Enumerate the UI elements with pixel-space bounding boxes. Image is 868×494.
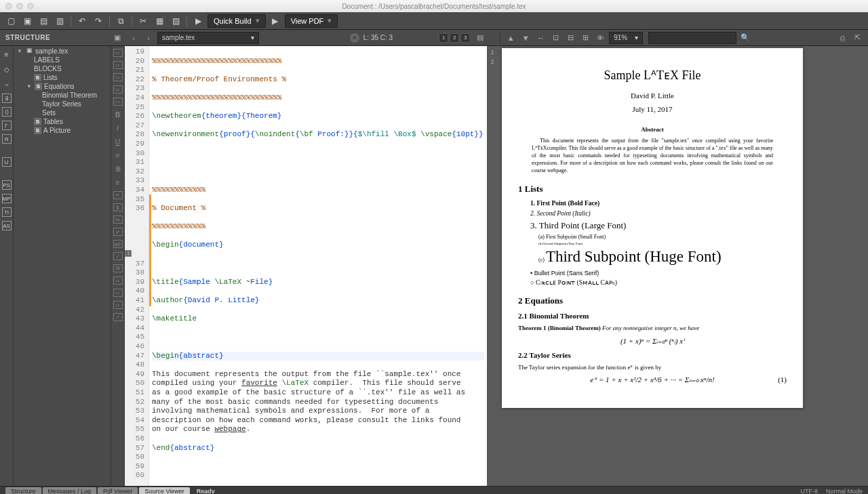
cite-icon[interactable]: ▭: [113, 289, 123, 297]
sqrt-icon[interactable]: √: [113, 252, 123, 260]
pdf-search-input[interactable]: [648, 32, 736, 44]
undo-icon[interactable]: ↶: [75, 14, 89, 28]
open-doc-icon[interactable]: ▣: [20, 14, 34, 28]
quick-build-button[interactable]: Quick Build ▾: [208, 14, 266, 28]
newline-icon[interactable]: ↵: [113, 191, 123, 199]
tree-sets[interactable]: Sets: [14, 108, 111, 117]
code-editor[interactable]: 1 19202122232425262728293031323334353637…: [125, 46, 487, 486]
page-2-indicator[interactable]: 2: [450, 33, 459, 43]
chapter-icon[interactable]: ▭: [113, 61, 123, 69]
tree-labels[interactable]: LABELS: [14, 56, 111, 64]
pdf-scroll-area[interactable]: Sample LᴬTᴇX File David P. Little July 1…: [498, 46, 868, 486]
pdf-zoom-in-icon[interactable]: ⊞: [579, 32, 591, 44]
center-icon[interactable]: ≣: [113, 164, 123, 173]
pdf-fit-width-icon[interactable]: ↔: [534, 32, 547, 44]
relation-icon[interactable]: ◇: [1, 64, 12, 75]
frac-icon[interactable]: a/b: [113, 240, 123, 248]
subsection-icon[interactable]: ▭: [113, 85, 123, 94]
right-align-icon[interactable]: ≡: [113, 178, 123, 187]
code-content[interactable]: %%%%%%%%%%%%%%%%%%%%%%%%%%%%% % Theorem/…: [149, 46, 487, 486]
greek-icon[interactable]: Γ: [2, 121, 12, 130]
part-icon[interactable]: ▭: [113, 49, 123, 57]
pdf-list: 1. First Point (Bold Face) 2. Second Poi…: [518, 199, 787, 232]
tree-blocks[interactable]: BLOCKS: [14, 64, 111, 73]
left-tool-palette: ≡ ◇ → ∃ ⟨⟩ Γ Я U PS MP TI AS: [0, 46, 14, 486]
paste-icon[interactable]: ▦: [153, 14, 166, 28]
bookmark-marker[interactable]: 1: [125, 250, 132, 257]
math-dollar-icon[interactable]: $: [113, 203, 123, 211]
section-icon[interactable]: ▭: [113, 73, 123, 81]
close-doc-icon[interactable]: ✕: [350, 33, 359, 43]
misc-symbols-icon[interactable]: ∃: [2, 94, 12, 103]
pdf-zoom-value[interactable]: 91%▾: [609, 32, 643, 44]
view-run-icon[interactable]: ▶: [269, 14, 282, 28]
tree-taylor[interactable]: Taylor Series: [14, 100, 111, 108]
page-1-indicator[interactable]: 1: [439, 33, 448, 43]
tree-equations[interactable]: ▼SEquations: [14, 82, 111, 91]
asymptote-icon[interactable]: AS: [2, 221, 12, 230]
cut-icon[interactable]: ✂: [136, 14, 150, 28]
pdf-viewer: 1 2 Sample LᴬTᴇX File David P. Little Ju…: [487, 46, 868, 486]
array-icon[interactable]: ⊞: [113, 264, 123, 272]
structure-panel-header: STRUCTURE: [0, 34, 111, 41]
cyrillic-icon[interactable]: Я: [2, 134, 12, 144]
sub-toolbar: STRUCTURE ▣ ‹ › sample.tex▾ ✕ L: 35 C: 3…: [0, 30, 868, 46]
tree-tables[interactable]: STables: [14, 117, 111, 126]
pdf-prev-icon[interactable]: ▲: [505, 32, 517, 44]
close-window-button[interactable]: [5, 3, 12, 9]
label-icon[interactable]: ▭: [113, 301, 123, 309]
nav-forward-icon[interactable]: ›: [142, 32, 155, 44]
pdf-author: David P. Little: [518, 91, 787, 101]
pdf-fit-page-icon[interactable]: ⊡: [549, 32, 561, 44]
copy-icon[interactable]: ⧉: [114, 14, 127, 28]
pdf-eye-icon[interactable]: 👁: [594, 32, 606, 44]
nav-back-icon[interactable]: ‹: [127, 32, 140, 44]
metapost-icon[interactable]: MP: [2, 194, 12, 203]
layout-icon[interactable]: ▤: [474, 32, 486, 44]
run-icon[interactable]: ▶: [191, 14, 205, 28]
tree-root[interactable]: ▼▣sample.tex: [14, 46, 111, 56]
tab-pdf-viewer[interactable]: Pdf Viewer: [98, 487, 138, 495]
pdf-section-1: 1 Lists: [518, 183, 787, 195]
pdf-search-icon[interactable]: 🔍: [739, 32, 751, 44]
save-icon[interactable]: ▤: [37, 14, 50, 28]
italic-icon[interactable]: I: [113, 123, 123, 133]
ref-icon[interactable]: ▭: [113, 276, 123, 285]
tree-picture[interactable]: SA Picture: [14, 126, 111, 135]
view-pdf-button[interactable]: View PDF ▾: [285, 14, 338, 28]
tab-structure[interactable]: Structure: [5, 487, 41, 495]
panel-toggle-icon[interactable]: ▣: [111, 32, 123, 44]
pdf-next-icon[interactable]: ▼: [519, 32, 532, 44]
new-doc-icon[interactable]: ▢: [4, 14, 18, 28]
redo-icon[interactable]: ↷: [92, 14, 105, 28]
print-icon[interactable]: ⎙: [837, 32, 849, 44]
export-icon[interactable]: ⇱: [852, 32, 864, 44]
traffic-lights: [5, 3, 34, 9]
pdf-subsection-21: 2.1 Binomial Theorem: [518, 311, 787, 321]
file-selector[interactable]: sample.tex▾: [157, 32, 259, 44]
user-tags-icon[interactable]: U: [2, 157, 12, 167]
superscript-icon[interactable]: x²: [113, 228, 123, 236]
minimize-window-button[interactable]: [16, 3, 23, 9]
subsub-icon[interactable]: ▭: [113, 98, 123, 106]
page-3-indicator[interactable]: 3: [460, 33, 470, 43]
check-icon[interactable]: ✓: [113, 313, 123, 321]
tikz-icon[interactable]: TI: [2, 207, 12, 217]
tree-lists[interactable]: SLists: [14, 73, 111, 82]
save-all-icon[interactable]: ▥: [53, 14, 66, 28]
left-align-icon[interactable]: ≡: [113, 150, 123, 160]
pdf-zoom-out-icon[interactable]: ⊟: [564, 32, 576, 44]
arrow-symbols-icon[interactable]: →: [1, 79, 12, 89]
bold-icon[interactable]: B: [113, 110, 123, 119]
find-icon[interactable]: ▧: [169, 14, 182, 28]
underline-icon[interactable]: U: [113, 137, 123, 146]
tab-source-viewer[interactable]: Source Viewer: [139, 487, 189, 495]
maximize-window-button[interactable]: [27, 3, 34, 9]
pstricks-icon[interactable]: PS: [2, 180, 12, 190]
structure-icon[interactable]: ≡: [1, 49, 12, 60]
pdf-subsection-22: 2.2 Taylor Series: [518, 350, 787, 361]
tab-messages[interactable]: Messages / Log: [43, 487, 97, 495]
subscript-icon[interactable]: x₂: [113, 215, 123, 224]
delimiters-icon[interactable]: ⟨⟩: [2, 107, 12, 117]
tree-binomial[interactable]: Binomial Theorem: [14, 91, 111, 100]
